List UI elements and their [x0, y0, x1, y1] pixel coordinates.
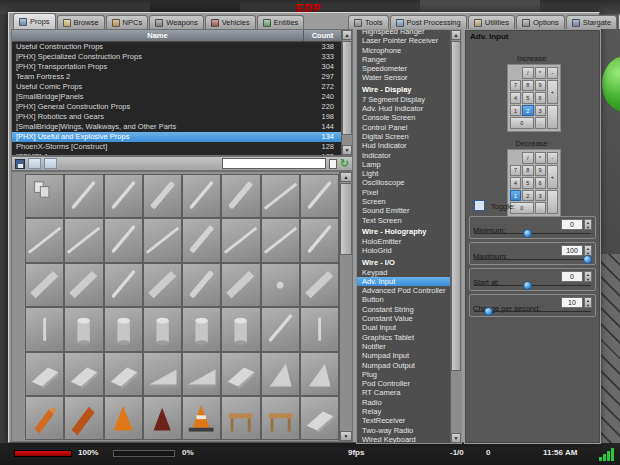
scroll-up-icon[interactable]: ▲ — [340, 172, 352, 182]
prop-tile-pipe[interactable] — [104, 218, 143, 262]
entity-item[interactable]: Radio — [357, 398, 450, 407]
slider-track[interactable] — [474, 233, 591, 234]
numpad-key-3[interactable]: 3 — [535, 105, 546, 117]
prop-tile-missile2[interactable] — [64, 396, 103, 440]
prop-tile-conet[interactable] — [182, 396, 221, 440]
prop-tile-cyl[interactable] — [64, 307, 103, 351]
slider-handle[interactable] — [523, 281, 532, 290]
entity-item[interactable]: Graphics Tablet — [357, 333, 450, 342]
prop-tile-coneo[interactable] — [104, 396, 143, 440]
search-input[interactable] — [222, 158, 326, 169]
tab-post-processing[interactable]: Post Processing — [390, 15, 467, 29]
entity-item[interactable]: Adv. Input — [357, 277, 450, 286]
category-list-header[interactable]: Name Count — [12, 30, 352, 42]
prop-tile-plank[interactable] — [25, 263, 64, 307]
prop-tile-pipe[interactable] — [104, 174, 143, 218]
tab-tools[interactable]: Tools — [348, 15, 389, 29]
prop-tile-pipe[interactable] — [64, 174, 103, 218]
entity-item[interactable]: Button — [357, 295, 450, 304]
tab-props[interactable]: Props — [13, 13, 56, 29]
prop-tile-plank[interactable] — [300, 263, 339, 307]
entity-item[interactable]: Screen — [357, 197, 450, 206]
prop-tile-wedge[interactable] — [261, 352, 300, 396]
tab-options[interactable]: Options — [516, 15, 565, 29]
prop-tile-pipe[interactable] — [261, 307, 300, 351]
prop-tile-beam[interactable] — [261, 174, 300, 218]
prop-tile-cyl[interactable] — [104, 307, 143, 351]
entity-item[interactable]: Oscilloscope — [357, 178, 450, 187]
numpad-key-0[interactable]: 0 — [510, 117, 534, 129]
list-view-icon[interactable] — [44, 158, 57, 169]
entity-item[interactable]: HoloGrid — [357, 246, 450, 255]
entity-item[interactable]: Constant String — [357, 305, 450, 314]
prop-tile-beam[interactable] — [221, 218, 260, 262]
category-row[interactable]: [PHX] General Construction Props220 — [12, 102, 352, 112]
scroll-down-icon[interactable]: ▼ — [451, 433, 461, 443]
prop-tile-rod[interactable] — [300, 307, 339, 351]
entity-item[interactable]: Highspeed Ranger — [357, 29, 450, 36]
prop-tile-pipe[interactable] — [182, 174, 221, 218]
prop-tile-sheets[interactable] — [25, 174, 64, 218]
scrollbar-thumb[interactable] — [340, 183, 352, 255]
numpad-key-1[interactable]: 1 — [510, 105, 521, 117]
scrollbar-thumb[interactable] — [451, 41, 461, 371]
prop-tile-beam[interactable] — [261, 218, 300, 262]
slider-track[interactable] — [474, 259, 591, 260]
numpad-key-+[interactable]: + — [547, 165, 558, 189]
prop-tile-missile[interactable] — [25, 396, 64, 440]
entity-item[interactable]: Indicator — [357, 151, 450, 160]
slider-track[interactable] — [474, 311, 591, 312]
page-icon[interactable] — [329, 159, 337, 169]
numpad-key-2[interactable]: 2 — [522, 190, 533, 202]
numpad-key-enter[interactable] — [547, 190, 558, 214]
tab-weapons[interactable]: Weapons — [149, 15, 204, 29]
numpad-key-3[interactable]: 3 — [535, 190, 546, 202]
entity-item[interactable]: Laser Pointer Receiver — [357, 36, 450, 45]
entity-item[interactable]: Notifier — [357, 342, 450, 351]
scroll-up-icon[interactable]: ▲ — [451, 30, 461, 40]
category-row[interactable]: Useful Comic Props272 — [12, 82, 352, 92]
entity-item[interactable]: Hud Indicator — [357, 141, 450, 150]
tab-utilities[interactable]: Utilities — [468, 15, 515, 29]
prop-tile-pipe2[interactable] — [143, 174, 182, 218]
category-row[interactable]: PhoenX-Storms [Construct]128 — [12, 142, 352, 152]
category-row[interactable]: [SmallBridge]Panels240 — [12, 92, 352, 102]
entity-item[interactable]: Constant Value — [357, 314, 450, 323]
numpad-key-enter[interactable] — [547, 105, 558, 129]
entity-item[interactable]: Light — [357, 169, 450, 178]
entity-item[interactable]: Numpad Input — [357, 351, 450, 360]
prop-tile-plate[interactable] — [221, 352, 260, 396]
category-row[interactable]: Useful Construction Props338 — [12, 42, 352, 52]
scroll-down-icon[interactable]: ▼ — [342, 145, 352, 155]
entity-item[interactable]: TextReceiver — [357, 416, 450, 425]
entity-item[interactable]: Text Screen — [357, 216, 450, 225]
prop-tile-pipe[interactable] — [104, 263, 143, 307]
entity-item[interactable]: 7 Segment Display — [357, 95, 450, 104]
slider-value-input[interactable]: 10 — [561, 297, 583, 308]
tab-entities[interactable]: Entities — [257, 15, 305, 29]
numpad-key-9[interactable]: 9 — [535, 165, 546, 177]
numpad-key-.[interactable]: . — [535, 202, 546, 214]
category-row[interactable]: Team Fortress 2297 — [12, 72, 352, 82]
numpad-key-2[interactable]: 2 — [522, 105, 533, 117]
prop-tile-cyl[interactable] — [143, 307, 182, 351]
numpad-key--[interactable]: - — [547, 67, 558, 79]
entity-item[interactable]: Console Screen — [357, 113, 450, 122]
entity-item[interactable]: Water Sensor — [357, 73, 450, 82]
entity-list-scrollbar[interactable]: ▲ ▼ — [450, 30, 461, 443]
slider-handle[interactable] — [484, 307, 493, 316]
prop-tile-beam[interactable] — [25, 218, 64, 262]
prop-tile-table[interactable] — [221, 396, 260, 440]
numpad-key-*[interactable]: * — [535, 67, 546, 79]
slider-value-input[interactable]: 100 — [561, 245, 583, 256]
category-row[interactable]: [PHX] Transportation Props304 — [12, 62, 352, 72]
prop-tile-cyl[interactable] — [182, 307, 221, 351]
numpad-key-4[interactable]: 4 — [510, 177, 521, 189]
entity-item[interactable]: Pod Controller — [357, 379, 450, 388]
prop-tile-pipe2[interactable] — [182, 218, 221, 262]
entity-item[interactable]: Ranger — [357, 55, 450, 64]
prop-tile-plank[interactable] — [143, 263, 182, 307]
tab-vehicles[interactable]: Vehicles — [205, 15, 256, 29]
prop-tile-plank[interactable] — [221, 263, 260, 307]
category-row[interactable]: [SmallBridge]Wings, Walkways, and Other … — [12, 122, 352, 132]
